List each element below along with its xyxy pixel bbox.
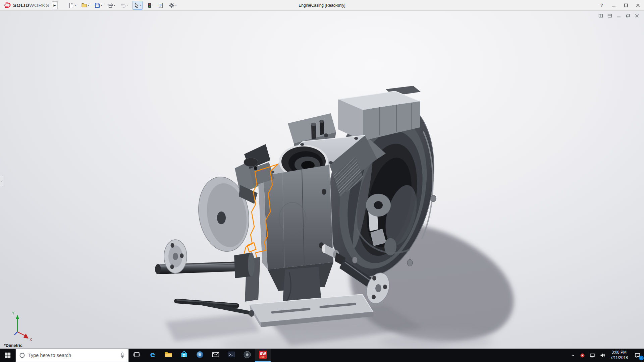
open-button[interactable]: ▾ — [80, 1, 90, 10]
close-button[interactable] — [632, 0, 644, 10]
help-button[interactable]: ? — [596, 0, 608, 10]
triad-y-label: Y — [12, 311, 15, 315]
pane-view-button[interactable] — [607, 13, 613, 19]
terminal-icon — [227, 350, 236, 360]
system-tray: 3:08 PM 7/11/2018 3 — [568, 349, 644, 362]
dropdown-arrow-icon[interactable]: ▾ — [140, 4, 142, 7]
panel-collapse-handle[interactable]: ◂ — [0, 175, 3, 187]
media-icon — [243, 350, 252, 360]
dropdown-arrow-icon[interactable]: ▾ — [88, 4, 89, 7]
options-icon — [169, 2, 175, 8]
browser-taskbar-button[interactable] — [192, 349, 208, 362]
minimize-button[interactable] — [608, 0, 620, 10]
titlebar: SOLIDWORKS ▶ ▾▾▾▾▾▾▾ EngineCasing [Read-… — [0, 0, 644, 11]
edge-icon: e — [148, 350, 157, 360]
save-button[interactable]: ▾ — [93, 1, 103, 10]
cortana-icon — [19, 352, 25, 358]
mail-icon — [211, 350, 220, 360]
window-controls: ? — [596, 0, 644, 10]
select-button[interactable]: ▾ — [132, 1, 143, 10]
tray-app-icon — [580, 353, 585, 358]
clock-date: 7/11/2018 — [610, 355, 628, 361]
menu-flyout-arrow-icon[interactable]: ▶ — [52, 1, 58, 9]
rebuild-icon — [147, 2, 153, 8]
dropdown-arrow-icon[interactable]: ▾ — [175, 4, 177, 7]
speaker-icon — [600, 353, 605, 358]
triad-x-label: X — [30, 338, 32, 342]
minimize-doc-icon — [616, 13, 621, 19]
dropdown-arrow-icon[interactable]: ▾ — [101, 4, 102, 7]
dropdown-arrow-icon[interactable]: ▾ — [114, 4, 115, 7]
options-button[interactable]: ▾ — [168, 1, 178, 10]
task-view-icon — [133, 351, 141, 360]
open-icon — [81, 2, 87, 8]
file-explorer-icon — [164, 350, 173, 360]
model-canvas[interactable]: Y X — [0, 11, 644, 349]
file-properties-icon — [158, 2, 164, 8]
minimize-doc-button[interactable] — [616, 13, 622, 19]
view-orientation-label: *Dimetric — [4, 343, 22, 348]
pane-view-icon — [607, 13, 612, 19]
chevron-up-icon — [571, 353, 575, 358]
print-button[interactable]: ▾ — [106, 1, 116, 10]
solidworks-logo: SOLIDWORKS — [0, 2, 52, 9]
split-view-button[interactable] — [598, 13, 604, 19]
close-icon — [636, 3, 640, 7]
network-icon — [590, 353, 595, 358]
task-view-taskbar-button[interactable] — [129, 349, 145, 362]
svg-text:2017: 2017 — [260, 356, 265, 358]
close-doc-button[interactable] — [634, 13, 640, 19]
clock[interactable]: 3:08 PM 7/11/2018 — [608, 350, 631, 360]
media-taskbar-button[interactable] — [239, 349, 255, 362]
network-button[interactable] — [587, 349, 597, 362]
new-icon — [68, 2, 74, 8]
edge-taskbar-button[interactable]: e — [145, 349, 160, 362]
menu-toolbar: ▾▾▾▾▾▾▾ — [67, 1, 178, 10]
tray-overflow-button[interactable] — [568, 349, 578, 362]
maximize-button[interactable] — [620, 0, 632, 10]
store-taskbar-button[interactable] — [176, 349, 192, 362]
split-view-icon — [598, 13, 603, 19]
save-icon — [94, 2, 100, 8]
restore-doc-button[interactable] — [625, 13, 631, 19]
start-button[interactable] — [0, 349, 15, 362]
graphics-viewport[interactable]: Y X ◂ *Dimetric — [0, 11, 644, 349]
solidworks-taskbar-button[interactable]: SW2017 — [255, 349, 271, 362]
dropdown-arrow-icon[interactable]: ▾ — [127, 4, 128, 7]
tray-app-button[interactable] — [578, 349, 587, 362]
clock-time: 3:08 PM — [610, 350, 628, 355]
brand-text: SOLIDWORKS — [13, 2, 49, 8]
origin-triad: Y X — [12, 311, 32, 342]
restore-doc-icon — [626, 13, 630, 19]
volume-button[interactable] — [597, 349, 608, 362]
ds-logo-icon — [3, 2, 11, 9]
taskbar-search[interactable] — [15, 349, 129, 362]
notification-badge: 3 — [639, 356, 644, 360]
taskbar: eSW2017 3:08 PM 7/11/2018 — [0, 349, 644, 362]
svg-text:e: e — [150, 350, 155, 359]
store-icon — [180, 350, 189, 360]
solidworks-icon: SW2017 — [258, 350, 268, 361]
close-doc-icon — [635, 13, 639, 19]
microphone-icon[interactable] — [120, 352, 125, 358]
svg-text:SW: SW — [260, 352, 266, 356]
new-button[interactable]: ▾ — [67, 1, 77, 10]
undo-button[interactable]: ▾ — [119, 1, 129, 10]
windows-logo-icon — [4, 352, 11, 359]
search-input[interactable] — [28, 353, 117, 358]
document-window-controls — [598, 13, 640, 19]
undo-icon — [120, 2, 126, 8]
file-properties-button[interactable] — [157, 1, 165, 10]
terminal-taskbar-button[interactable] — [223, 349, 239, 362]
mail-taskbar-button[interactable] — [208, 349, 223, 362]
taskbar-apps: eSW2017 — [129, 349, 271, 362]
rebuild-button[interactable] — [146, 1, 154, 10]
browser-icon — [196, 350, 204, 360]
minimize-icon — [612, 3, 616, 7]
maximize-icon — [624, 3, 628, 7]
action-center-button[interactable]: 3 — [631, 349, 644, 362]
file-explorer-taskbar-button[interactable] — [160, 349, 176, 362]
select-icon — [133, 2, 140, 8]
print-icon — [107, 2, 113, 8]
dropdown-arrow-icon[interactable]: ▾ — [75, 4, 76, 7]
